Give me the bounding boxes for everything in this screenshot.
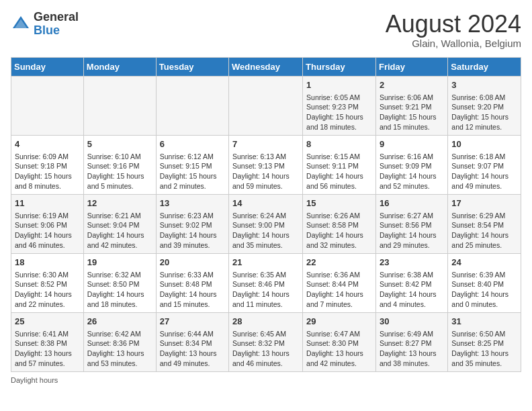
logo: General Blue: [11, 11, 79, 38]
page-header: General Blue August 2024 Glain, Wallonia…: [11, 11, 521, 49]
day-number: 24: [451, 257, 517, 269]
day-info: Sunrise: 6:19 AM Sunset: 9:06 PM Dayligh…: [15, 211, 80, 250]
calendar-cell: 26Sunrise: 6:42 AM Sunset: 8:36 PM Dayli…: [83, 312, 156, 371]
logo-blue: Blue: [34, 24, 79, 38]
month-year: August 2024: [386, 11, 521, 38]
day-info: Sunrise: 6:09 AM Sunset: 9:18 PM Dayligh…: [15, 152, 80, 191]
day-number: 19: [87, 257, 152, 269]
day-number: 30: [380, 316, 444, 328]
day-number: 7: [232, 138, 299, 150]
day-info: Sunrise: 6:18 AM Sunset: 9:07 PM Dayligh…: [451, 152, 517, 191]
calendar-header-thursday: Thursday: [303, 57, 376, 76]
day-info: Sunrise: 6:41 AM Sunset: 8:38 PM Dayligh…: [15, 329, 80, 369]
day-number: 26: [87, 316, 152, 328]
calendar-cell: 20Sunrise: 6:33 AM Sunset: 8:48 PM Dayli…: [156, 253, 228, 312]
calendar-cell: 30Sunrise: 6:49 AM Sunset: 8:27 PM Dayli…: [375, 312, 447, 371]
day-info: Sunrise: 6:42 AM Sunset: 8:36 PM Dayligh…: [87, 329, 152, 369]
day-number: 20: [160, 257, 225, 269]
day-number: 8: [306, 138, 372, 150]
day-info: Sunrise: 6:45 AM Sunset: 8:32 PM Dayligh…: [232, 329, 299, 369]
day-info: Sunrise: 6:32 AM Sunset: 8:50 PM Dayligh…: [87, 270, 152, 310]
calendar-header-monday: Monday: [83, 57, 156, 76]
calendar-cell: 13Sunrise: 6:23 AM Sunset: 9:02 PM Dayli…: [156, 194, 228, 253]
day-number: 13: [160, 197, 225, 210]
day-number: 9: [380, 138, 444, 150]
day-info: Sunrise: 6:05 AM Sunset: 9:23 PM Dayligh…: [306, 93, 372, 132]
calendar-cell: 17Sunrise: 6:29 AM Sunset: 8:54 PM Dayli…: [448, 194, 521, 253]
calendar-week-2: 4Sunrise: 6:09 AM Sunset: 9:18 PM Daylig…: [11, 135, 521, 194]
day-number: 4: [15, 138, 80, 150]
calendar-header-saturday: Saturday: [448, 57, 521, 76]
location: Glain, Wallonia, Belgium: [386, 38, 521, 49]
day-number: 23: [380, 257, 444, 269]
calendar-cell: 24Sunrise: 6:39 AM Sunset: 8:40 PM Dayli…: [448, 253, 521, 312]
day-number: 21: [232, 257, 299, 269]
logo-general: General: [34, 11, 79, 24]
calendar-cell: 10Sunrise: 6:18 AM Sunset: 9:07 PM Dayli…: [448, 135, 521, 194]
day-number: 12: [87, 197, 152, 210]
day-number: 14: [232, 197, 299, 210]
calendar-cell: 12Sunrise: 6:21 AM Sunset: 9:04 PM Dayli…: [83, 194, 156, 253]
day-info: Sunrise: 6:49 AM Sunset: 8:27 PM Dayligh…: [380, 329, 444, 369]
day-number: 5: [87, 138, 152, 150]
calendar-cell: 15Sunrise: 6:26 AM Sunset: 8:58 PM Dayli…: [303, 194, 376, 253]
day-info: Sunrise: 6:29 AM Sunset: 8:54 PM Dayligh…: [451, 211, 517, 250]
day-info: Sunrise: 6:15 AM Sunset: 9:11 PM Dayligh…: [306, 152, 372, 191]
calendar-cell: 2Sunrise: 6:06 AM Sunset: 9:21 PM Daylig…: [375, 76, 447, 135]
day-info: Sunrise: 6:24 AM Sunset: 9:00 PM Dayligh…: [232, 211, 299, 250]
calendar-cell: 31Sunrise: 6:50 AM Sunset: 8:25 PM Dayli…: [448, 312, 521, 371]
calendar-cell: 7Sunrise: 6:13 AM Sunset: 9:13 PM Daylig…: [229, 135, 303, 194]
day-info: Sunrise: 6:08 AM Sunset: 9:20 PM Dayligh…: [451, 93, 517, 132]
day-number: 29: [306, 316, 372, 328]
day-number: 11: [15, 197, 80, 210]
day-info: Sunrise: 6:06 AM Sunset: 9:21 PM Dayligh…: [380, 93, 444, 132]
day-number: 1: [306, 79, 372, 91]
day-info: Sunrise: 6:33 AM Sunset: 8:48 PM Dayligh…: [160, 270, 225, 310]
day-info: Sunrise: 6:47 AM Sunset: 8:30 PM Dayligh…: [306, 329, 372, 369]
day-info: Sunrise: 6:44 AM Sunset: 8:34 PM Dayligh…: [160, 329, 225, 369]
calendar-cell: 3Sunrise: 6:08 AM Sunset: 9:20 PM Daylig…: [448, 76, 521, 135]
calendar-week-4: 18Sunrise: 6:30 AM Sunset: 8:52 PM Dayli…: [11, 253, 521, 312]
calendar-week-1: 1Sunrise: 6:05 AM Sunset: 9:23 PM Daylig…: [11, 76, 521, 135]
calendar-cell: 28Sunrise: 6:45 AM Sunset: 8:32 PM Dayli…: [229, 312, 303, 371]
day-info: Sunrise: 6:12 AM Sunset: 9:15 PM Dayligh…: [160, 152, 225, 191]
calendar-cell: 1Sunrise: 6:05 AM Sunset: 9:23 PM Daylig…: [303, 76, 376, 135]
calendar-header-friday: Friday: [375, 57, 447, 76]
logo-text: General Blue: [34, 11, 79, 38]
calendar-header-sunday: Sunday: [11, 57, 84, 76]
day-number: 25: [15, 316, 80, 328]
footnote: Daylight hours: [11, 376, 521, 384]
calendar-cell: 19Sunrise: 6:32 AM Sunset: 8:50 PM Dayli…: [83, 253, 156, 312]
day-number: 15: [306, 197, 372, 210]
logo-icon: [11, 14, 31, 34]
calendar-header-wednesday: Wednesday: [229, 57, 303, 76]
calendar-cell: 18Sunrise: 6:30 AM Sunset: 8:52 PM Dayli…: [11, 253, 84, 312]
day-info: Sunrise: 6:38 AM Sunset: 8:42 PM Dayligh…: [380, 270, 444, 310]
calendar-week-5: 25Sunrise: 6:41 AM Sunset: 8:38 PM Dayli…: [11, 312, 521, 371]
calendar-cell: [83, 76, 156, 135]
day-number: 10: [451, 138, 517, 150]
day-number: 17: [451, 197, 517, 210]
day-info: Sunrise: 6:21 AM Sunset: 9:04 PM Dayligh…: [87, 211, 152, 250]
day-info: Sunrise: 6:30 AM Sunset: 8:52 PM Dayligh…: [15, 270, 80, 310]
day-info: Sunrise: 6:16 AM Sunset: 9:09 PM Dayligh…: [380, 152, 444, 191]
day-number: 27: [160, 316, 225, 328]
calendar-cell: 11Sunrise: 6:19 AM Sunset: 9:06 PM Dayli…: [11, 194, 84, 253]
calendar-cell: [156, 76, 228, 135]
day-info: Sunrise: 6:13 AM Sunset: 9:13 PM Dayligh…: [232, 152, 299, 191]
calendar-header-tuesday: Tuesday: [156, 57, 228, 76]
calendar-cell: 25Sunrise: 6:41 AM Sunset: 8:38 PM Dayli…: [11, 312, 84, 371]
calendar-week-3: 11Sunrise: 6:19 AM Sunset: 9:06 PM Dayli…: [11, 194, 521, 253]
title-section: August 2024 Glain, Wallonia, Belgium: [386, 11, 521, 49]
day-info: Sunrise: 6:27 AM Sunset: 8:56 PM Dayligh…: [380, 211, 444, 250]
day-info: Sunrise: 6:26 AM Sunset: 8:58 PM Dayligh…: [306, 211, 372, 250]
calendar-cell: 23Sunrise: 6:38 AM Sunset: 8:42 PM Dayli…: [375, 253, 447, 312]
day-number: 18: [15, 257, 80, 269]
day-number: 16: [380, 197, 444, 210]
calendar-header-row: SundayMondayTuesdayWednesdayThursdayFrid…: [11, 57, 521, 76]
calendar-cell: [11, 76, 84, 135]
day-info: Sunrise: 6:39 AM Sunset: 8:40 PM Dayligh…: [451, 270, 517, 310]
day-number: 31: [451, 316, 517, 328]
calendar-cell: 9Sunrise: 6:16 AM Sunset: 9:09 PM Daylig…: [375, 135, 447, 194]
calendar-cell: 5Sunrise: 6:10 AM Sunset: 9:16 PM Daylig…: [83, 135, 156, 194]
